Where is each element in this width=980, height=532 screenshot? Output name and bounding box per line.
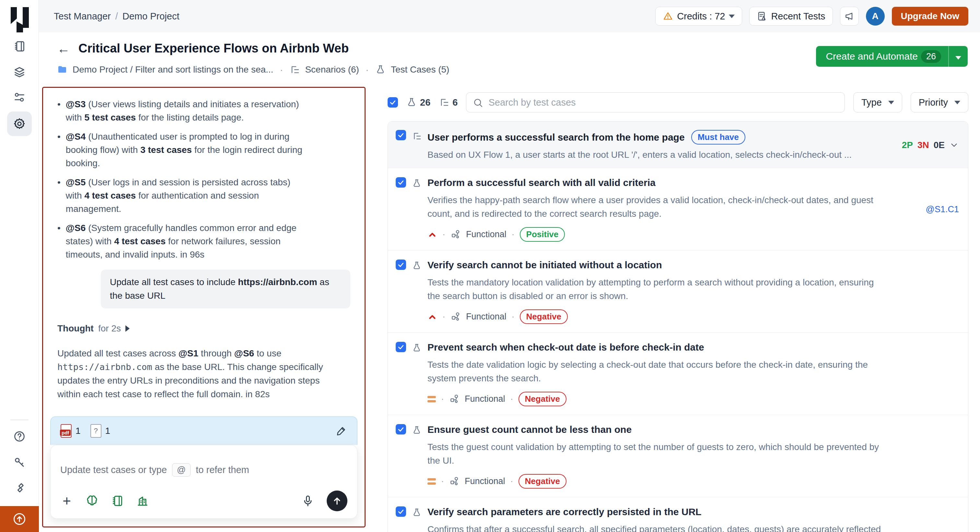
type-filter[interactable]: Type [853, 92, 902, 113]
add-attachment-button[interactable]: + [60, 494, 73, 507]
back-arrow-icon[interactable]: ← [57, 42, 70, 55]
send-button[interactable] [327, 491, 347, 511]
top-bar: Test Manager / Demo Project Credits : 72… [39, 0, 980, 32]
bullet-icon: • [57, 221, 60, 261]
dot-separator: · [512, 229, 515, 240]
thought-toggle[interactable]: Thought for 2s [57, 323, 350, 334]
test-case-count: 26 [406, 97, 430, 108]
case-description: Confirms that after a successful search,… [428, 522, 881, 532]
functional-icon [450, 312, 461, 322]
chevron-down-icon[interactable] [949, 140, 959, 150]
credits-chip[interactable]: Credits : 72 [655, 7, 742, 25]
select-all-checkbox[interactable] [388, 97, 398, 108]
edit-pencil-icon[interactable] [336, 425, 347, 437]
app-logo [11, 7, 29, 33]
sidebar-upgrade-button[interactable] [0, 506, 39, 532]
warning-icon [663, 11, 673, 21]
negative-tag: Negative [519, 392, 566, 406]
at-mention-chip: @ [172, 463, 191, 476]
input-placeholder: Update test cases or type @ to refer the… [60, 463, 347, 476]
priority-medium-icon [428, 396, 436, 402]
case-checkbox[interactable] [396, 424, 406, 435]
positive-tag: Positive [520, 227, 565, 242]
case-description: Tests the mandatory location validation … [428, 276, 881, 303]
integrations-icon[interactable] [12, 481, 27, 495]
case-checkbox[interactable] [396, 177, 406, 187]
create-and-automate-label: Create and Automate [816, 51, 921, 62]
test-case-row[interactable]: Ensure guest count cannot be less than o… [388, 415, 968, 497]
project-path[interactable]: Demo Project / Filter and sort listings … [73, 65, 273, 75]
brain-icon[interactable] [86, 494, 99, 507]
category-label: Functional [465, 476, 505, 486]
chat-composer: pdf 1 ? 1 Update test cases or type @ to… [50, 416, 358, 519]
user-message-bubble: Update all test cases to include https:/… [101, 270, 350, 308]
caret-down-icon [955, 101, 960, 104]
sliders-icon[interactable] [12, 91, 27, 105]
category-label: Functional [466, 312, 506, 322]
test-case-row[interactable]: Perform a successful search with all val… [388, 168, 968, 250]
upgrade-now-button[interactable]: Upgrade Now [892, 7, 968, 25]
chat-history: • @S3 (User views listing details and in… [43, 88, 364, 419]
notebook-icon[interactable] [111, 494, 124, 507]
test-cases-tab[interactable]: Test Cases (5) [391, 65, 450, 75]
priority-high-icon [428, 230, 437, 240]
building-icon[interactable] [136, 494, 149, 507]
user-avatar[interactable]: A [866, 7, 885, 25]
assistant-response: Updated all test cases across @S1 throug… [57, 347, 326, 401]
priority-filter[interactable]: Priority [911, 92, 968, 113]
message-input[interactable]: Update test cases or type @ to refer the… [50, 445, 358, 519]
microphone-icon[interactable] [301, 494, 314, 507]
scenario-title: User performs a successful search from t… [428, 132, 685, 143]
credits-label: Credits : 72 [677, 11, 725, 22]
create-count-badge: 26 [921, 50, 941, 63]
disclosure-triangle-icon[interactable] [126, 325, 130, 332]
help-icon[interactable] [12, 429, 27, 443]
dot-separator: · [278, 64, 284, 75]
scenario-group-header[interactable]: User performs a successful search from t… [388, 122, 968, 168]
page-header: ← Critical User Experience Flows on Airb… [39, 32, 980, 87]
dot-separator: · [364, 64, 370, 75]
sidebar-divider [10, 419, 29, 420]
dot-separator: · [442, 312, 445, 322]
key-icon[interactable] [12, 455, 27, 470]
breadcrumb-app[interactable]: Test Manager [54, 11, 111, 22]
case-checkbox[interactable] [396, 507, 406, 517]
scenarios-tab[interactable]: Scenarios (6) [305, 65, 359, 75]
flask-icon [412, 178, 422, 188]
search-input[interactable] [466, 93, 844, 112]
priority-medium-icon [428, 478, 436, 485]
category-label: Functional [466, 229, 506, 240]
scenario-summary-item: • @S5 (User logs in and session is persi… [57, 176, 350, 216]
test-case-row[interactable]: Prevent search when check-out date is be… [388, 332, 968, 415]
recent-tests-button[interactable]: Recent Tests [749, 7, 832, 25]
case-description: Tests the guest count validation by atte… [428, 440, 881, 467]
case-checkbox[interactable] [396, 342, 406, 352]
bullet-icon: • [57, 130, 60, 170]
page-title: Critical User Experience Flows on Airbnb… [78, 41, 349, 56]
case-title: Ensure guest count cannot be less than o… [428, 424, 959, 435]
create-and-automate-button[interactable]: Create and Automate 26 [816, 46, 968, 67]
dot-separator: · [511, 394, 513, 404]
file-attachment-chip[interactable]: ? 1 [91, 424, 110, 438]
list-toolbar: 26 6 Type Priority [388, 92, 968, 113]
case-checkbox[interactable] [396, 259, 406, 270]
left-sidebar [0, 0, 39, 532]
announcements-button[interactable] [840, 7, 859, 25]
dot-separator: · [512, 312, 515, 322]
negative-count: 3N [918, 140, 929, 150]
case-description: Verifies the happy-path search flow wher… [428, 194, 881, 221]
breadcrumb-project[interactable]: Demo Project [123, 11, 180, 22]
group-checkbox[interactable] [396, 130, 406, 140]
case-reference-link[interactable]: @S1.C1 [926, 205, 959, 214]
edge-count: 0E [934, 140, 945, 150]
pdf-attachment-chip[interactable]: pdf 1 [60, 424, 81, 438]
dot-separator: · [511, 476, 513, 486]
create-dropdown-caret[interactable] [949, 51, 968, 62]
flask-icon [406, 97, 417, 108]
caret-down-icon [729, 14, 735, 18]
test-case-row[interactable]: Verify search cannot be initiated withou… [388, 250, 968, 332]
layers-icon[interactable] [12, 65, 27, 79]
notebook-icon[interactable] [12, 39, 27, 54]
test-case-row[interactable]: Verify search parameters are correctly p… [388, 497, 968, 532]
settings-gear-icon[interactable] [7, 111, 32, 136]
